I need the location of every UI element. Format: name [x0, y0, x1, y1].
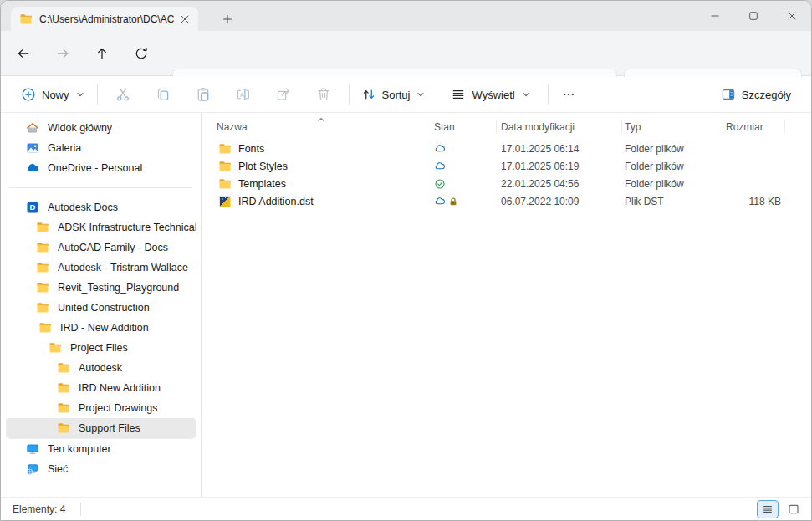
folder-icon — [218, 160, 232, 173]
status-bar: Elementy: 4 — [1, 497, 811, 520]
minimize-button[interactable] — [696, 1, 734, 31]
synced-check-icon — [434, 178, 446, 190]
column-header-name[interactable]: Nazwa — [213, 120, 251, 135]
sidebar-item-support-files[interactable]: Support Files — [6, 418, 196, 438]
sidebar-item-project-drawings[interactable]: Project Drawings — [6, 398, 196, 418]
sort-button[interactable]: Sortuj — [355, 82, 433, 107]
file-list: Nazwa Stan Data modyfikacji Typ Rozmiar … — [202, 113, 811, 497]
folder-icon — [36, 281, 49, 294]
cloud-status-icon — [434, 161, 446, 172]
forward-button[interactable] — [49, 39, 77, 68]
navigation-bar: … IRD - New Addition Project Files Suppo… — [1, 31, 811, 76]
maximize-button[interactable] — [734, 1, 773, 31]
paste-button[interactable] — [183, 80, 223, 109]
details-view-toggle[interactable] — [757, 500, 779, 518]
status-cell — [434, 178, 501, 190]
chevron-down-icon — [521, 89, 531, 100]
rename-icon — [235, 86, 252, 103]
file-row-ird-addition-dst[interactable]: IRD Addition.dst 06.07.2022 10:09 Plik D… — [202, 192, 811, 210]
close-icon — [180, 14, 190, 24]
column-header-status[interactable]: Stan — [431, 120, 458, 135]
up-button[interactable] — [88, 39, 116, 68]
cloud-status-icon — [434, 143, 446, 155]
toolbar-divider — [349, 84, 350, 105]
details-panel-icon — [721, 87, 736, 102]
sort-arrows-icon — [361, 87, 376, 102]
gallery-icon — [26, 141, 39, 155]
sidebar-item-ird-new-addition-sub[interactable]: IRD New Addition — [6, 378, 196, 398]
navigation-pane: Widok główny Galeria OneDrive - Personal… — [1, 113, 202, 497]
more-options-button[interactable] — [554, 80, 584, 109]
sidebar-item-gallery[interactable]: Galeria — [6, 138, 196, 158]
file-row-templates[interactable]: Templates 22.01.2025 04:56 Folder plików — [202, 175, 811, 192]
sidebar-item-autodesk-docs[interactable]: Autodesk Docs — [6, 197, 196, 217]
details-view-icon — [762, 503, 774, 515]
sidebar-item-home[interactable]: Widok główny — [6, 118, 196, 138]
sort-button-label: Sortuj — [382, 89, 411, 101]
close-window-button[interactable] — [773, 1, 811, 31]
tab-close-button[interactable] — [176, 11, 193, 28]
rename-button[interactable] — [223, 80, 263, 109]
folder-icon — [57, 401, 70, 415]
copy-icon — [155, 86, 171, 103]
command-toolbar: Nowy Sortuj Wyświetl Szczegóły — [1, 77, 811, 113]
sidebar-item-adsk-infrastructure[interactable]: ADSK Infrastructure Technical Mark — [6, 217, 196, 238]
sidebar-item-ird-new-addition[interactable]: IRD - New Addition — [6, 318, 196, 338]
plus-icon — [222, 14, 232, 24]
folder-icon — [38, 321, 52, 335]
copy-button[interactable] — [143, 80, 183, 109]
cloud-status-icon — [434, 196, 446, 207]
new-button-label: Nowy — [42, 89, 69, 101]
cut-button[interactable] — [103, 80, 143, 109]
toolbar-divider — [97, 84, 98, 105]
trash-icon — [315, 86, 332, 103]
refresh-button[interactable] — [127, 39, 156, 68]
folder-icon — [57, 361, 70, 375]
autodesk-docs-icon — [26, 201, 39, 214]
explorer-tab[interactable]: C:\Users\Administrator\DC\AC — [11, 7, 198, 31]
column-divider[interactable] — [784, 120, 785, 133]
details-pane-button[interactable]: Szczegóły — [714, 82, 798, 107]
delete-button[interactable] — [304, 80, 344, 109]
new-button[interactable]: Nowy — [14, 82, 92, 107]
new-tab-button[interactable] — [218, 10, 237, 28]
large-icons-view-toggle[interactable] — [783, 500, 804, 518]
sidebar-item-autocad-family[interactable]: AutoCAD Family - Docs — [6, 238, 196, 258]
file-row-plot-styles[interactable]: Plot Styles 17.01.2025 06:19 Folder plik… — [202, 157, 811, 175]
sidebar-item-network[interactable]: Sieć — [6, 459, 196, 479]
share-button[interactable] — [263, 80, 304, 109]
close-icon — [787, 11, 797, 21]
folder-icon — [19, 13, 33, 26]
column-header-size[interactable]: Rozmiar — [723, 120, 767, 135]
tab-title: C:\Users\Administrator\DC\AC — [39, 13, 176, 25]
maximize-icon — [748, 11, 758, 21]
column-divider[interactable] — [496, 120, 497, 133]
dst-file-icon — [218, 195, 232, 208]
back-arrow-icon — [16, 46, 31, 61]
chevron-down-icon — [75, 89, 85, 100]
view-button[interactable]: Wyświetl — [444, 82, 537, 107]
sidebar-item-united-construction[interactable]: United Construction — [6, 298, 196, 318]
column-divider[interactable] — [718, 120, 718, 133]
folder-icon — [218, 142, 232, 156]
column-header-modified[interactable]: Data modyfikacji — [498, 120, 578, 135]
column-header-type[interactable]: Typ — [621, 120, 644, 135]
sidebar-item-this-pc[interactable]: Ten komputer — [6, 439, 196, 459]
sidebar-item-project-files[interactable]: Project Files — [6, 338, 196, 358]
large-icons-view-icon — [788, 503, 799, 515]
folder-icon — [36, 261, 49, 274]
statusbar-divider — [80, 503, 81, 516]
sidebar-item-onedrive[interactable]: OneDrive - Personal — [6, 158, 196, 178]
up-arrow-icon — [94, 46, 110, 61]
forward-arrow-icon — [55, 46, 70, 61]
back-button[interactable] — [9, 39, 38, 68]
items-count: Elementy: 4 — [13, 503, 65, 515]
sidebar-item-revit-testing[interactable]: Revit_Testing_Playground — [6, 278, 196, 298]
refresh-icon — [134, 46, 149, 61]
onedrive-cloud-icon — [26, 161, 39, 175]
file-rows: Fonts 17.01.2025 06:14 Folder plików Plo… — [202, 140, 811, 210]
sidebar-item-autodesk-tristam[interactable]: Autodesk - Tristram Wallace — [6, 258, 196, 278]
file-row-fonts[interactable]: Fonts 17.01.2025 06:14 Folder plików — [202, 140, 811, 157]
sidebar-item-autodesk[interactable]: Autodesk — [6, 358, 196, 378]
status-cell — [434, 161, 501, 172]
